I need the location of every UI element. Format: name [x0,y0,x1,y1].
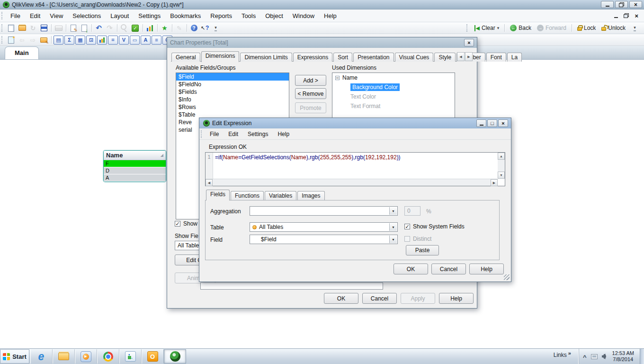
remove-button[interactable]: < Remove [295,88,326,99]
bookmarks[interactable]: Bookmarks [165,10,206,21]
save-icon[interactable] [38,23,49,33]
table-select[interactable]: All Tables [250,222,398,232]
lock-button[interactable]: Lock [575,24,598,32]
toolbar-grip[interactable] [1,24,4,32]
reload-data-icon[interactable] [79,23,89,33]
tree-node[interactable]: Text Color [332,92,455,101]
minimize-button[interactable] [476,119,486,127]
chart-object-icon[interactable] [97,36,107,45]
object[interactable]: Object [260,10,288,21]
table-box-icon[interactable] [75,36,85,45]
show-checkbox[interactable] [175,221,180,227]
toolbar-grip[interactable] [1,12,4,19]
sheet-tab-main[interactable]: Main [5,46,39,59]
whats-this-icon[interactable] [199,23,210,33]
toolbar-grip[interactable] [1,36,4,44]
taskbar-app-button[interactable] [53,349,75,364]
minimize-button[interactable] [601,1,614,8]
distinct-row[interactable]: Distinct [404,236,431,242]
expression-editor[interactable]: 1 =if(Name=GetFieldSelections(Name),rgb(… [205,152,505,186]
available-field-item[interactable]: $FieldNo [176,81,289,88]
start-button[interactable]: Start [0,349,29,364]
taskbar-app-button[interactable] [30,349,53,364]
edit[interactable]: Edit [224,129,243,139]
cancel-button[interactable]: Cancel [362,293,397,304]
previous-sheet-icon[interactable] [17,35,27,45]
list-item[interactable]: F [104,160,166,167]
selections[interactable]: Selections [68,10,106,21]
scroll-left-icon[interactable]: ◀ [206,179,213,186]
tree-node-name[interactable]: Name [332,73,455,82]
chevron-icon[interactable]: » [568,350,571,356]
taskbar-app-button[interactable] [142,349,164,364]
tree-node[interactable]: Text Format [332,101,455,111]
settings[interactable]: Settings [243,129,273,139]
layout[interactable]: Layout [106,10,134,21]
show-system-fields-row[interactable]: Show System Fields [404,223,465,230]
list-box-icon[interactable] [54,36,63,45]
horizontal-scrollbar[interactable]: ◀ ▶ [206,179,498,186]
current-selections-box-icon[interactable] [119,36,129,45]
current-selections-icon[interactable] [130,23,141,33]
expressions-tab[interactable]: Expressions [293,53,332,62]
tools[interactable]: Tools [237,10,260,21]
visual-cues-tab[interactable]: Visual Cues [395,53,434,62]
help-button[interactable]: Help [439,293,474,304]
file[interactable]: File [6,10,25,21]
tab-scroll-left-icon[interactable]: ◀ [457,52,465,61]
expression-text[interactable]: =if(Name=GetFieldSelections(Name),rgb(25… [215,154,495,161]
restore-button[interactable] [615,1,628,8]
promote-button[interactable]: Promote [295,102,326,113]
forward-button[interactable]: → Forward [535,24,568,32]
show-checkbox-row[interactable]: Show [175,220,197,227]
paste-button[interactable]: Paste [406,245,439,255]
statistics-box-icon[interactable] [64,36,74,45]
sort-indicator-icon[interactable]: ◢ [161,153,163,157]
next-sheet-icon[interactable] [27,35,38,45]
mdi-minimize-button[interactable] [614,14,618,18]
view[interactable]: View [45,10,68,21]
close-button[interactable]: × [464,39,474,46]
slider-object-icon[interactable] [152,36,161,45]
new-document-icon[interactable] [6,23,17,33]
refresh-icon[interactable] [27,23,38,33]
clear-button[interactable]: ◀ Clear ▾ [473,24,501,32]
mdi-restore-button[interactable] [624,13,629,18]
presentation-tab[interactable]: Presentation [353,53,394,62]
help[interactable]: Help [273,129,294,139]
input-box-icon[interactable] [86,36,96,45]
functions-tab[interactable]: Functions [231,191,264,200]
font-tab[interactable]: Font [486,53,506,62]
tab-scroll-right-icon[interactable]: ▶ [465,52,473,61]
scroll-down-icon[interactable]: ▼ [498,172,505,179]
toolbar-overflow-icon[interactable] [210,23,221,33]
la-tab[interactable]: La [507,53,522,62]
help[interactable]: Help [319,10,341,21]
style-tab[interactable]: Style [434,53,456,62]
add-button[interactable]: Add > [295,75,326,86]
chevron-down-icon[interactable] [389,236,397,243]
field-select[interactable]: $Field [250,235,398,244]
edit-expression-titlebar[interactable]: Edit Expression □ × [199,118,511,128]
chevron-down-icon[interactable] [389,223,397,231]
mdi-close-button[interactable]: × [635,12,638,19]
general-tab[interactable]: General [171,53,200,62]
print-icon[interactable] [53,23,64,33]
percent-field[interactable]: 0 [404,206,420,216]
search-icon[interactable] [119,23,130,33]
volume-icon[interactable] [602,354,606,359]
ok-button[interactable]: OK [394,264,428,274]
available-field-item[interactable]: $Fields [176,88,289,96]
show-system-fields-checkbox[interactable] [404,224,410,229]
available-field-item[interactable]: $Info [176,96,289,103]
scroll-up-icon[interactable]: ▲ [498,153,505,160]
list-item[interactable]: D [104,167,166,174]
cancel-button[interactable]: Cancel [431,264,466,274]
unlock-button[interactable]: Unlock [599,24,627,32]
window[interactable]: Window [288,10,319,21]
button-object-icon[interactable] [130,36,140,45]
taskbar-app-button[interactable] [119,349,142,364]
toolbar-overflow-icon[interactable] [629,23,640,33]
fields-tab[interactable]: Fields [206,190,230,200]
multi-box-icon[interactable] [108,36,118,45]
